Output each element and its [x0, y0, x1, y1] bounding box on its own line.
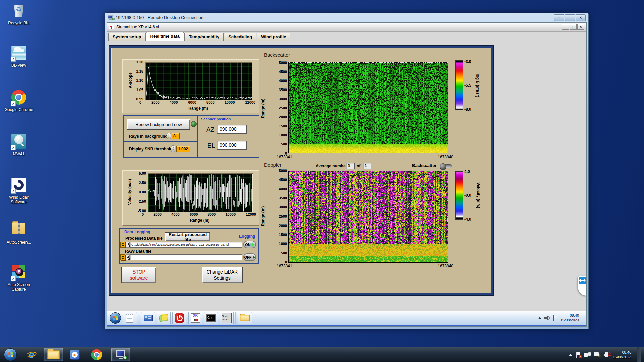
tick-label: 6000: [190, 212, 198, 216]
stop-software-button[interactable]: STOP software: [122, 267, 156, 283]
renew-background-button[interactable]: Renew background now: [127, 119, 190, 129]
show-desktop-button[interactable]: [637, 347, 641, 362]
taskbar-internet-explorer[interactable]: e: [23, 348, 39, 361]
remote-taskbar-scan-sched[interactable]: Scan sched: [220, 312, 234, 324]
tab-temp-humidity[interactable]: Temp/humidity: [184, 33, 224, 41]
taskbar: e ▶ ⇆ × ⚠ 08:40 15/08/2023: [0, 347, 644, 362]
display-settings-icon: [144, 315, 153, 321]
processed-browse-icon[interactable]: [126, 242, 130, 248]
desktop-icon-wind-lidar[interactable]: ↗ Wind Lidar Software: [3, 177, 35, 205]
doppler-x-end: 1673840: [438, 264, 453, 268]
az-field[interactable]: 090.000: [217, 125, 247, 134]
raw-path-field[interactable]: [130, 254, 242, 260]
tick-label: 12000: [245, 100, 255, 104]
rdp-titlebar[interactable]: 192.168.0.150 - Remote Desktop Connectio…: [105, 13, 588, 22]
remote-taskbar-display-settings[interactable]: [141, 312, 155, 324]
velocity-plot[interactable]: [148, 173, 253, 212]
tick-label: 4000: [170, 100, 178, 104]
change-lidar-settings-button[interactable]: Change LiDAR Settings: [202, 267, 242, 283]
desktop-icon-auto-screen-capture[interactable]: ↗ Auto Screen Capture: [3, 263, 35, 292]
remote-taskbar-sticky-notes[interactable]: [157, 312, 171, 324]
tab-wind-profile[interactable]: Wind profile: [257, 33, 290, 41]
desktop-icon-label: MW41: [3, 152, 35, 156]
app-close-button[interactable]: ×: [577, 24, 584, 30]
start-button[interactable]: [2, 348, 19, 361]
network-warning-icon[interactable]: ⚠: [594, 352, 601, 357]
doppler-colorbar-label: Velocity (m/s): [476, 182, 481, 208]
desktop-icon-label: Google Chrome: [3, 107, 35, 112]
remote-taskbar-xr-app[interactable]: XR: [188, 312, 202, 324]
sticky-notes-icon: [159, 314, 168, 322]
command-prompt-icon: C:\_: [206, 314, 216, 322]
app-restore-button[interactable]: □: [570, 24, 577, 30]
remote-clock[interactable]: 08:40 15/08/2023: [560, 313, 579, 323]
processed-path-field[interactable]: C:\Lidar\Data\Proc\2023\202308\20230815\…: [130, 242, 242, 248]
snr-value[interactable]: 1.002: [176, 146, 190, 152]
ascope-plot[interactable]: [145, 62, 252, 100]
recycle-bin-icon: ♻: [13, 3, 24, 17]
action-center-icon[interactable]: ×: [576, 352, 581, 358]
rdp-computer-icon: [108, 15, 114, 20]
off-arrow-icon: [253, 256, 255, 259]
desktop-icon-label: Wind Lidar Software: [3, 195, 35, 205]
backscatter-y-ticks: 5000450040003500300025002000150010005000: [270, 60, 287, 156]
taskbar-separator: [235, 312, 236, 324]
average-number-field[interactable]: 1: [346, 163, 355, 169]
desktop-icon-autoscreen-zip[interactable]: AutoScreen...: [3, 221, 35, 245]
rays-value[interactable]: 8: [172, 133, 180, 139]
rdp-close-button[interactable]: ×: [576, 14, 586, 21]
tick-label: 1500: [270, 232, 287, 237]
rays-spinner[interactable]: ▲▼: [167, 133, 171, 139]
desktop-icon-chrome[interactable]: ↗ Google Chrome: [3, 89, 35, 112]
tab-scheduling[interactable]: Scheduling: [224, 33, 256, 41]
remote-speaker-icon[interactable]: [544, 316, 550, 320]
remote-action-center-icon[interactable]: [553, 315, 557, 321]
speaker-muted-icon[interactable]: [604, 352, 609, 357]
taskbar-media-player[interactable]: ▶: [68, 348, 82, 361]
remote-start-button[interactable]: [110, 312, 121, 324]
remote-taskbar-notepad[interactable]: [123, 312, 137, 324]
tick-label: 2000: [151, 100, 159, 104]
backscatter-title: Backscatter: [264, 52, 290, 58]
tick-label: 10000: [225, 212, 236, 216]
tick-label: 3500: [270, 87, 287, 92]
processed-logging-on-button[interactable]: ON: [243, 241, 256, 248]
rdp-maximize-button[interactable]: □: [565, 14, 575, 21]
app-minimize-button[interactable]: –: [562, 24, 569, 30]
raw-drive-letter[interactable]: C: [120, 254, 125, 260]
doppler-heatmap[interactable]: [288, 171, 448, 263]
remote-tray-expand-icon[interactable]: [538, 317, 541, 319]
app-titlebar[interactable]: StreamLine XR v14-6.vi – □ ×: [107, 23, 586, 32]
tray-expand-icon[interactable]: [569, 354, 572, 356]
power-plug-icon[interactable]: [584, 352, 591, 357]
backscatter-toggle[interactable]: [440, 164, 452, 168]
tab-real-time-data[interactable]: Real time data: [146, 32, 184, 41]
remote-taskbar-power[interactable]: [172, 312, 186, 324]
remote-taskbar-cmd[interactable]: C:\_: [204, 312, 218, 324]
velocity-y-ticks: 5.002.500.00-2.50-5.00: [128, 171, 146, 213]
taskbar-windows-explorer[interactable]: [44, 348, 63, 361]
tick-label: 0: [139, 100, 141, 104]
backscatter-colorbar: [455, 60, 463, 110]
taskbar-remote-desktop[interactable]: ⇆: [111, 348, 130, 361]
desktop-icon-recycle-bin[interactable]: ♻ Recycle Bin: [3, 3, 35, 25]
raw-browse-icon[interactable]: [126, 254, 130, 260]
restart-processed-file-button[interactable]: Restart processed file: [165, 233, 210, 241]
tab-system-setup[interactable]: System setup: [108, 33, 146, 41]
scanner-position-title: Scanner position: [201, 117, 231, 121]
raw-logging-off-button[interactable]: OFF: [243, 253, 256, 261]
backscatter-heatmap[interactable]: [288, 62, 448, 153]
average-of-field[interactable]: 1: [363, 163, 371, 169]
tick-label: 5000: [270, 168, 287, 173]
el-field[interactable]: 090.000: [217, 141, 247, 150]
rdp-minimize-button[interactable]: –: [554, 14, 564, 21]
taskbar-clock[interactable]: 08:40 15/08/2023: [613, 350, 631, 360]
snr-spinner[interactable]: ▲▼: [171, 145, 175, 152]
tick-label: 5000: [270, 60, 287, 65]
tick-label: -5.5: [464, 83, 471, 88]
desktop-icon-bl-view[interactable]: ↗ BL-View: [3, 45, 35, 68]
processed-drive-letter[interactable]: C: [120, 242, 125, 248]
desktop-icon-mw41[interactable]: ↗ MW41: [3, 133, 35, 156]
taskbar-chrome[interactable]: [87, 348, 107, 361]
remote-taskbar-explorer[interactable]: [238, 312, 252, 324]
